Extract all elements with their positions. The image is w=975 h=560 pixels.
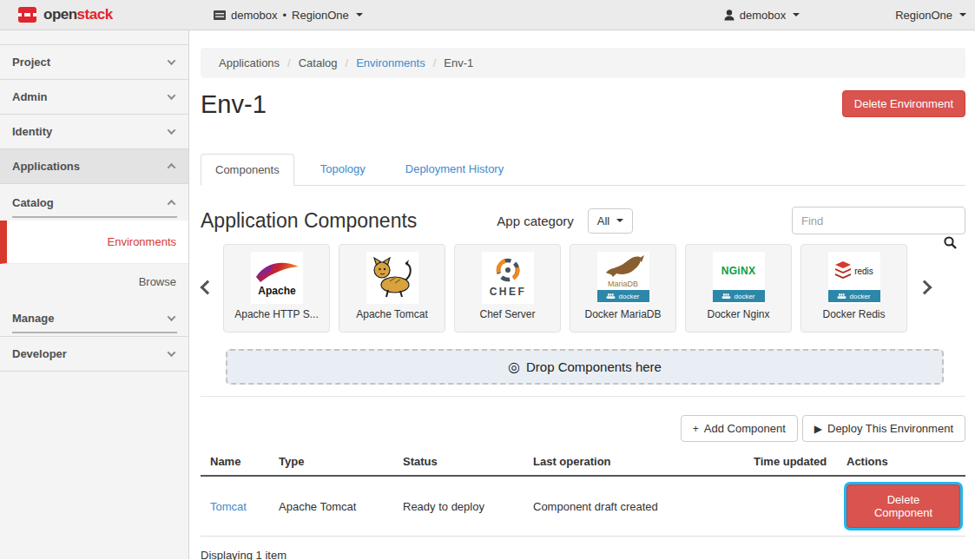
component-card-docker-redis[interactable]: redis docker [800, 244, 907, 333]
sidebar-item-label: Applications [12, 160, 80, 173]
sidebar-top-sliver [0, 30, 188, 45]
sidebar-item-environments[interactable]: Environments [0, 221, 188, 264]
apache-feather-icon: Apache [251, 252, 303, 304]
component-card-chef-server[interactable]: CHEF Chef Server [454, 244, 561, 333]
cell-last-operation: Component draft created [524, 476, 744, 537]
sidebar-item-admin[interactable]: Admin [0, 80, 188, 115]
region-menu[interactable]: RegionOne [895, 9, 966, 22]
find-input[interactable] [792, 207, 965, 234]
plus-icon: + [693, 423, 699, 435]
add-component-button[interactable]: + Add Component [681, 415, 798, 442]
user-menu-label: demobox [740, 9, 786, 22]
docker-ribbon: docker [713, 290, 765, 302]
delete-environment-button[interactable]: Delete Environment [842, 90, 965, 117]
table-row: Tomcat Apache Tomcat Ready to deploy Com… [201, 476, 965, 537]
component-card-docker-nginx[interactable]: NGiNX docker [685, 244, 792, 333]
deploy-environment-button[interactable]: ▶ Deploy This Environment [802, 415, 965, 442]
app-window: openstack demobox • RegionOne demobox [0, 0, 975, 559]
docker-whale-icon [606, 293, 616, 300]
component-name-link[interactable]: Tomcat [210, 500, 247, 513]
chevron-down-icon [168, 56, 176, 65]
component-card-docker-mariadb[interactable]: MariaDB docker Dock [570, 244, 676, 333]
carousel-next-button[interactable] [918, 282, 932, 295]
project-list-icon [214, 10, 226, 20]
component-card-label: Docker MariaDB [584, 308, 661, 320]
sidebar-item-label: Manage [12, 312, 54, 325]
column-header-last-operation: Last operation [524, 448, 744, 476]
redis-stack-icon: redis docker [828, 252, 880, 304]
breadcrumb-environments-link[interactable]: Environments [356, 56, 425, 69]
breadcrumb: Applications / Catalog / Environments / … [201, 48, 965, 78]
cell-type: Apache Tomcat [269, 476, 393, 537]
cell-name: Tomcat [201, 476, 269, 537]
docker-whale-icon [721, 293, 731, 300]
svg-text:CHEF: CHEF [489, 286, 526, 298]
column-header-time-updated: Time updated [744, 448, 837, 476]
caret-down-icon [793, 13, 800, 16]
svg-text:Apache: Apache [258, 285, 296, 297]
topbar-right: demobox RegionOne [724, 9, 975, 22]
openstack-logo[interactable]: openstack [0, 6, 196, 23]
breadcrumb-separator: / [433, 56, 437, 69]
context-region-label: RegionOne [292, 9, 349, 22]
docker-ribbon: docker [828, 290, 880, 302]
sidebar-item-developer[interactable]: Developer [0, 337, 188, 372]
context-separator: • [282, 9, 287, 22]
category-dropdown-value: All [597, 214, 609, 227]
logo-text-stack: stack [77, 6, 113, 23]
nginx-logo-icon: NGiNX docker [713, 252, 765, 304]
sidebar-item-catalog[interactable]: Catalog [0, 184, 188, 221]
sidebar-item-applications[interactable]: Applications [0, 149, 188, 184]
chevron-right-icon [918, 280, 932, 294]
user-menu[interactable]: demobox [724, 9, 800, 22]
context-project-label: demobox [231, 9, 277, 22]
sidebar-item-label: Admin [12, 90, 47, 103]
carousel-prev-button[interactable] [201, 282, 214, 295]
component-card-label: Docker Redis [822, 308, 885, 320]
sidebar-item-identity[interactable]: Identity [0, 115, 188, 149]
breadcrumb-separator: / [346, 56, 349, 69]
chevron-down-icon [168, 348, 176, 357]
sidebar: Project Admin Identity Applications Cata… [0, 30, 189, 559]
search-icon[interactable] [944, 236, 957, 249]
sidebar-item-manage[interactable]: Manage [0, 300, 188, 336]
components-carousel: Apache Apache HTTP S... [201, 244, 965, 333]
component-card-apache-http[interactable]: Apache Apache HTTP S... [223, 244, 330, 333]
tab-deployment-history[interactable]: Deployment History [392, 154, 517, 186]
dropzone-label: Drop Components here [526, 359, 662, 374]
component-card-label: Docker Nginx [707, 308, 769, 320]
docker-ribbon-label: docker [849, 293, 870, 300]
docker-ribbon-label: docker [618, 293, 639, 300]
breadcrumb-applications: Applications [219, 56, 280, 69]
chevron-up-icon [168, 163, 176, 172]
docker-ribbon: docker [597, 290, 649, 302]
caret-down-icon [616, 219, 623, 222]
sidebar-item-label: Browse [139, 275, 176, 288]
column-header-status: Status [393, 448, 524, 476]
components-table: Name Type Status Last operation Time upd… [201, 448, 965, 537]
mariadb-logo-text: MariaDB [608, 280, 638, 288]
app-category-label: App category [497, 214, 573, 228]
tab-components[interactable]: Components [201, 154, 294, 186]
component-card-label: Apache Tomcat [356, 308, 428, 320]
delete-component-button[interactable]: Delete Component [847, 484, 960, 528]
component-card-apache-tomcat[interactable]: Apache Tomcat [339, 244, 445, 333]
add-component-label: Add Component [704, 422, 786, 435]
topbar: openstack demobox • RegionOne demobox [0, 0, 975, 30]
components-heading: Application Components [201, 209, 417, 233]
sidebar-item-browse[interactable]: Browse [0, 264, 188, 299]
category-dropdown[interactable]: All [588, 208, 633, 234]
sidebar-item-label: Developer [12, 347, 67, 360]
chevron-up-icon [168, 199, 176, 208]
chevron-down-icon [168, 313, 176, 321]
breadcrumb-catalog: Catalog [299, 56, 338, 69]
tab-topology[interactable]: Topology [306, 154, 379, 186]
drop-components-zone[interactable]: ◎ Drop Components here [226, 349, 944, 385]
items-count: Displaying 1 item [201, 549, 965, 560]
component-card-label: Apache HTTP S... [234, 308, 319, 320]
project-region-switcher[interactable]: demobox • RegionOne [196, 9, 363, 22]
sidebar-item-project[interactable]: Project [0, 45, 188, 80]
docker-whale-icon [837, 293, 847, 300]
sidebar-item-label: Identity [12, 125, 52, 138]
column-header-name: Name [201, 448, 269, 476]
